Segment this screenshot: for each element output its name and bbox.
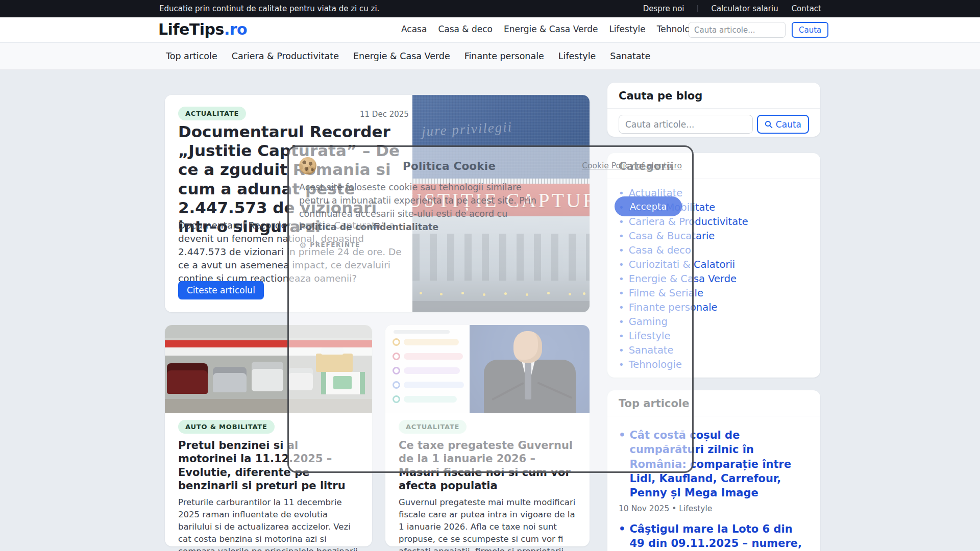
main-nav: Acasa Casa & deco Energie & Casa Verde L… xyxy=(401,24,703,34)
topbar-divider xyxy=(697,5,698,12)
privacy-policy-link[interactable]: Politica de confidentialitate xyxy=(299,222,438,232)
nav-item-energie-casa-verde[interactable]: Energie & Casa Verde xyxy=(504,24,598,34)
cookie-modal-content: Politica Cookie Cookie Policy of alento.… xyxy=(299,157,682,250)
car-shape xyxy=(167,363,208,394)
topbar-link-calculator-salariu[interactable]: Calculator salariu xyxy=(711,4,778,13)
cookie-modal-body-row: Acest site foloseste cookie sau tehnolog… xyxy=(299,181,682,234)
topbar: Educatie prin continut de calitate pentr… xyxy=(0,0,980,17)
nav-item-acasa[interactable]: Acasa xyxy=(401,24,427,34)
nav-item-casa-deco[interactable]: Casa & deco xyxy=(438,24,493,34)
article-excerpt: Guvernul pregateste mai multe modificari… xyxy=(399,496,576,551)
cookie-modal-title: Politica Cookie xyxy=(316,160,582,172)
featured-category-badge: ACTUALITATE xyxy=(178,107,246,120)
topbar-link-despre-noi[interactable]: Despre noi xyxy=(643,4,684,13)
car-shape xyxy=(252,362,283,391)
subnav-item-finante-personale[interactable]: Finante personale xyxy=(464,51,544,61)
top-article-meta: 10 Nov 2025 • Lifestyle xyxy=(619,504,809,513)
subnav-item-sanatate[interactable]: Sanatate xyxy=(610,51,650,61)
cookie-modal-text: Acest site foloseste cookie sau tehnolog… xyxy=(299,181,543,234)
featured-date: 11 Dec 2025 xyxy=(360,110,409,119)
gear-icon: ⚙ xyxy=(299,240,306,250)
cookie-modal-header: Politica Cookie Cookie Policy of alento.… xyxy=(299,157,682,174)
cookie-preferences-label: PREFERINTE xyxy=(310,241,360,248)
sidebar-search-row: Cauta xyxy=(607,109,820,140)
top-article-link[interactable]: •Câştigul mare la Loto 6 din 49 din 09.1… xyxy=(619,522,809,551)
site-tagline: Educatie prin continut de calitate pentr… xyxy=(159,4,379,13)
top-article-item: •Câştigul mare la Loto 6 din 49 din 09.1… xyxy=(619,522,809,551)
subnav-item-cariera-productivitate[interactable]: Cariera & Productivitate xyxy=(232,51,339,61)
bullet-icon: • xyxy=(619,522,625,551)
subnav-item-top-articole[interactable]: Top articole xyxy=(166,51,217,61)
car-shape xyxy=(213,367,247,392)
header: LifeTips.ro Acasa Casa & deco Energie & … xyxy=(0,17,980,42)
sidebar-search-button[interactable]: Cauta xyxy=(757,115,809,134)
sidebar-search-card: Cauta pe blog Cauta xyxy=(607,83,820,137)
site-logo[interactable]: LifeTips.ro xyxy=(158,20,247,38)
nav-item-lifestyle[interactable]: Lifestyle xyxy=(609,24,645,34)
cookie-modal-text-main: Acest site foloseste cookie sau tehnolog… xyxy=(299,182,536,219)
sidebar-search-input[interactable] xyxy=(619,115,753,134)
featured-image-script-text: jure privilegii xyxy=(421,119,513,139)
article-excerpt: Preturile carburantilor la 11 decembrie … xyxy=(178,496,359,551)
sidebar-search-button-label: Cauta xyxy=(776,119,801,130)
subnav-item-lifestyle[interactable]: Lifestyle xyxy=(558,51,596,61)
subnav: Top articole Cariera & Productivitate En… xyxy=(0,43,980,70)
topbar-links: Despre noi Calculator salariu Contact xyxy=(643,4,821,13)
top-article-title: Câştigul mare la Loto 6 din 49 din 09.11… xyxy=(629,522,809,551)
logo-main: LifeTips xyxy=(158,20,224,38)
logo-suffix: .ro xyxy=(224,20,247,38)
cookie-accept-button[interactable]: Accepta xyxy=(615,196,682,216)
search-icon xyxy=(765,120,773,129)
cookie-policy-link[interactable]: Cookie Policy of alento.ro xyxy=(582,161,682,170)
subnav-item-energie-casa-verde[interactable]: Energie & Casa Verde xyxy=(353,51,450,61)
cookie-consent-modal: Politica Cookie Cookie Policy of alento.… xyxy=(287,145,694,473)
header-search-input[interactable] xyxy=(689,22,786,38)
subnav-items: Top articole Cariera & Productivitate En… xyxy=(166,51,650,61)
header-search: Cauta xyxy=(689,22,828,38)
cookie-icon xyxy=(299,157,316,174)
header-search-button[interactable]: Cauta xyxy=(792,22,828,38)
article-category-badge: AUTO & MOBILITATE xyxy=(178,420,275,434)
cookie-preferences-row[interactable]: ⚙ PREFERINTE xyxy=(299,240,682,250)
sidebar-search-title: Cauta pe blog xyxy=(607,83,820,109)
topbar-link-contact[interactable]: Contact xyxy=(792,4,821,13)
read-article-button[interactable]: Citeste articolul xyxy=(178,281,264,299)
